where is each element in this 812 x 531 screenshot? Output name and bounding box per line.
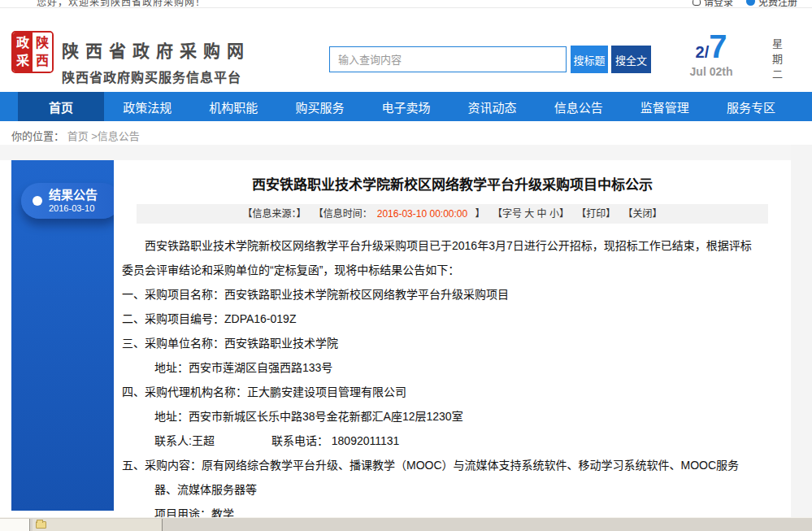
sidebar-tab-date: 2016-03-10 — [49, 203, 98, 215]
breadcrumb: 你的位置： 首页 >信息公告 — [11, 128, 140, 143]
start-button[interactable] — [0, 519, 30, 531]
welcome-text: 您好，欢迎来到陕西省政府采购网！ — [37, 0, 206, 8]
breadcrumb-bar: 你的位置： 首页 >信息公告 — [0, 121, 812, 145]
nav-item[interactable]: 监督管理 — [622, 92, 708, 121]
site-title: 陕西省政府采购网 — [62, 37, 250, 62]
font-size-control[interactable]: 【字号 大 中 小】 — [493, 208, 569, 220]
user-icon — [693, 0, 701, 6]
article-body: 西安铁路职业技术学院新校区网络教学平台升级采购项目已于2016年3月7日进行公开… — [122, 233, 760, 526]
page: 您好，欢迎来到陕西省政府采购网！ 请登录 免费注册 政 采 陕 西 — [0, 0, 812, 531]
seal-char: 采 — [16, 54, 29, 67]
article-paragraph: 四、采购代理机构名称：正大鹏安建设项目管理有限公司 — [122, 380, 760, 404]
register-label: 免费注册 — [758, 0, 797, 8]
nav-item[interactable]: 购买服务 — [276, 92, 363, 121]
seal-char: 政 — [16, 37, 29, 50]
date-english: Jul 02th — [683, 65, 740, 78]
meta-time-suffix: 】 — [475, 208, 485, 220]
divider-band — [0, 145, 812, 160]
nav-item[interactable]: 政策法规 — [104, 92, 190, 121]
site-header: 政 采 陕 西 陕西省政府采购网 陕西省政府购买服务信息平台 搜标题 搜全文 2… — [0, 9, 812, 92]
nav-item[interactable]: 服务专区 — [708, 92, 794, 121]
weekday-label: 星期二 — [771, 38, 782, 85]
breadcrumb-label: 你的位置： — [11, 130, 64, 142]
article-paragraph: 西安铁路职业技术学院新校区网络教学平台升级采购项目已于2016年3月7日进行公开… — [122, 233, 760, 282]
close-button[interactable]: 【关闭】 — [623, 208, 662, 220]
left-sidebar: 结果公告 2016-03-10 — [11, 160, 114, 511]
meta-source: 【信息来源：】 — [242, 208, 306, 220]
breadcrumb-current[interactable]: >信息公告 — [91, 130, 140, 142]
nav-item[interactable]: 信息公告 — [536, 92, 622, 121]
seal-logo: 政 采 陕 西 — [11, 31, 54, 73]
site-subtitle: 陕西省政府购买服务信息平台 — [62, 67, 250, 86]
windows-taskbar — [0, 517, 812, 531]
date-widget: 2 / 7 Jul 02th — [683, 30, 740, 78]
article-paragraph: 三、采购单位名称：西安铁路职业技术学院 — [122, 331, 760, 355]
article-paragraph: 联系人:王超 联系电话： 18092011131 — [122, 429, 760, 453]
search-title-button[interactable]: 搜标题 — [571, 46, 608, 73]
meta-time-value: 2016-03-10 00:00:00 — [377, 208, 467, 220]
nav-item[interactable]: 首页 — [18, 92, 104, 121]
search-input[interactable] — [329, 46, 567, 72]
nav-item[interactable]: 资讯动态 — [449, 92, 536, 121]
article-title: 西安铁路职业技术学院新校区网络教学平台升级采购项目中标公示 — [114, 173, 791, 194]
article-paragraph: 二、采购项目编号：ZDPA16-019Z — [122, 307, 760, 331]
article: 西安铁路职业技术学院新校区网络教学平台升级采购项目中标公示 【信息来源：】 【信… — [114, 160, 791, 517]
seal-char: 陕 — [36, 37, 49, 50]
right-gutter — [791, 145, 812, 517]
folder-icon — [36, 521, 46, 529]
bullet-dot-icon — [33, 196, 42, 206]
nav-item[interactable]: 电子卖场 — [363, 92, 449, 121]
top-utility-bar: 您好，欢迎来到陕西省政府采购网！ 请登录 免费注册 — [0, 0, 812, 8]
register-link[interactable]: 免费注册 — [746, 0, 797, 8]
content-region: 结果公告 2016-03-10 西安铁路职业技术学院新校区网络教学平台升级采购项… — [11, 160, 791, 517]
sidebar-item-result-announcement[interactable]: 结果公告 2016-03-10 — [21, 183, 120, 219]
brand-block: 陕西省政府采购网 陕西省政府购买服务信息平台 — [62, 37, 250, 86]
article-paragraph: 地址：西安市新城区长乐中路38号金花新都汇A座12层1230室 — [122, 404, 760, 429]
date-month: 7 — [709, 30, 727, 63]
nav: 首页政策法规机构职能购买服务电子卖场资讯动态信息公告监督管理服务专区 — [0, 92, 812, 121]
print-button[interactable]: 【打印】 — [576, 208, 615, 220]
meta-time-prefix: 【信息时间： — [314, 208, 372, 220]
login-link[interactable]: 请登录 — [693, 0, 733, 8]
search-fulltext-button[interactable]: 搜全文 — [611, 46, 651, 73]
article-paragraph: 地址：西安市莲湖区自强西路133号 — [122, 355, 760, 380]
globe-icon — [746, 0, 755, 6]
sidebar-tab-title: 结果公告 — [49, 188, 98, 203]
article-meta-bar: 【信息来源：】 【信息时间：2016-03-10 00:00:00 】 【字号 … — [137, 204, 768, 224]
article-paragraph: 五、采购内容：原有网络综合教学平台升级、播课教学（MOOC）与流媒体支持系统软件… — [122, 453, 760, 502]
date-day: 2 — [696, 44, 705, 63]
breadcrumb-home-link[interactable]: 首页 — [67, 130, 89, 142]
login-label: 请登录 — [704, 0, 733, 8]
seal-char: 西 — [36, 54, 49, 67]
article-paragraph: 一、采购项目名称：西安铁路职业技术学院新校区网络教学平台升级采购项目 — [122, 282, 760, 307]
taskbar-window-button[interactable] — [33, 519, 163, 531]
nav-item[interactable]: 机构职能 — [190, 92, 276, 121]
